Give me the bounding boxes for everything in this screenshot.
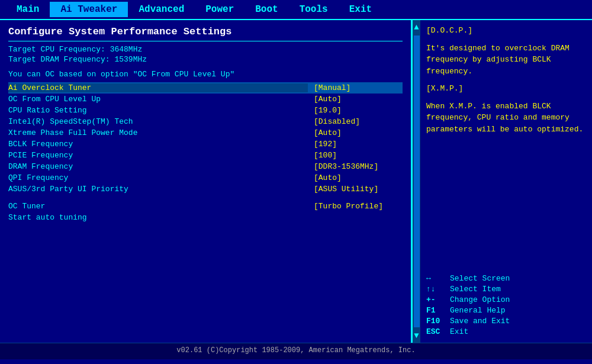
setting-name-3: Intel(R) SpeedStep(TM) Tech <box>8 117 308 126</box>
key-row-1: ↑↓ Select Item <box>426 285 586 294</box>
setting-row-7[interactable]: DRAM Frequency [DDR3-1536MHz] <box>8 161 403 172</box>
menu-ai-tweaker[interactable]: Ai Tweaker <box>50 2 128 17</box>
key-desc-2: Change Option <box>450 295 510 304</box>
key-row-4: F10 Save and Exit <box>426 317 586 326</box>
key-row-2: +- Change Option <box>426 295 586 304</box>
left-wrapper: Configure System Performance Settings Ta… <box>0 20 420 343</box>
key-label-0: ↔ <box>426 274 450 283</box>
setting-value-4: [Auto] <box>308 128 403 137</box>
setting-row-9[interactable]: ASUS/3rd Party UI Priority [ASUS Utility… <box>8 183 403 195</box>
setting-name-4: Xtreme Phase Full Power Mode <box>8 128 308 137</box>
key-desc-3: General Help <box>450 306 506 315</box>
key-desc-0: Select Screen <box>450 274 510 283</box>
help-xmp-desc: When X.M.P. is enabled BLCK frequency, C… <box>426 101 586 136</box>
scrollbar[interactable]: ▲ ▼ <box>412 20 420 343</box>
setting-value-6: [100] <box>308 151 403 160</box>
content-area: Configure System Performance Settings Ta… <box>0 20 592 343</box>
setting-name-7: DRAM Frequency <box>8 162 308 171</box>
key-label-2: +- <box>426 295 450 304</box>
footer: v02.61 (C)Copyright 1985-2009, American … <box>0 343 592 359</box>
oc-note: You can OC based on option "OC From CPU … <box>8 70 403 79</box>
left-panel: Configure System Performance Settings Ta… <box>0 20 412 343</box>
key-label-5: ESC <box>426 327 450 336</box>
key-desc-1: Select Item <box>450 285 501 294</box>
menubar: Main Ai Tweaker Advanced Power Boot Tool… <box>0 0 592 20</box>
setting-value-1: [Auto] <box>308 95 403 104</box>
menu-boot[interactable]: Boot <box>244 2 288 17</box>
key-help: ↔ Select Screen ↑↓ Select Item +- Change… <box>426 272 586 338</box>
setting-name-6: PCIE Frequency <box>8 151 308 160</box>
scroll-down-arrow[interactable]: ▼ <box>414 328 419 343</box>
setting-name-8: QPI Frequency <box>8 173 308 182</box>
key-label-1: ↑↓ <box>426 285 450 294</box>
menu-tools[interactable]: Tools <box>289 2 339 17</box>
setting-row-3[interactable]: Intel(R) SpeedStep(TM) Tech [Disabled] <box>8 116 403 127</box>
setting-name-2: CPU Ratio Setting <box>8 106 308 115</box>
help-xmp-label: [X.M.P.] <box>426 83 586 95</box>
setting-row-8[interactable]: QPI Frequency [Auto] <box>8 172 403 183</box>
oc-tuner-row[interactable]: OC Tuner [Turbo Profile] <box>8 201 403 212</box>
key-label-4: F10 <box>426 317 450 326</box>
setting-value-3: [Disabled] <box>308 117 403 126</box>
oc-tuner-label: OC Tuner <box>8 202 308 211</box>
setting-value-5: [192] <box>308 140 403 149</box>
setting-name-1: OC From CPU Level Up <box>8 95 308 104</box>
right-panel: [D.O.C.P.] It's designed to overclock DR… <box>420 20 592 343</box>
menu-exit[interactable]: Exit <box>339 2 382 17</box>
start-tuning-row[interactable]: Start auto tuning <box>8 212 403 223</box>
scroll-up-arrow[interactable]: ▲ <box>414 20 419 34</box>
setting-row-2[interactable]: CPU Ratio Setting [19.0] <box>8 105 403 116</box>
menu-advanced[interactable]: Advanced <box>128 2 195 17</box>
start-tuning-label: Start auto tuning <box>8 213 403 222</box>
freq2: Target DRAM Frequency: 1539MHz <box>8 55 403 64</box>
setting-name-9: ASUS/3rd Party UI Priority <box>8 185 308 194</box>
key-desc-4: Save and Exit <box>450 317 510 326</box>
footer-text: v02.61 (C)Copyright 1985-2009, American … <box>176 346 415 355</box>
setting-value-7: [DDR3-1536MHz] <box>308 162 403 171</box>
setting-row-0[interactable]: Ai Overclock Tuner [Manual] <box>8 82 403 94</box>
oc-tuner-value: [Turbo Profile] <box>308 202 403 211</box>
key-label-3: F1 <box>426 306 450 315</box>
setting-value-0: [Manual] <box>308 83 403 92</box>
settings-table: Ai Overclock Tuner [Manual] OC From CPU … <box>8 82 403 195</box>
key-row-3: F1 General Help <box>426 306 586 315</box>
setting-name-5: BCLK Frequency <box>8 140 308 149</box>
menu-main[interactable]: Main <box>6 2 50 17</box>
setting-value-9: [ASUS Utility] <box>308 185 403 194</box>
setting-row-5[interactable]: BCLK Frequency [192] <box>8 138 403 150</box>
help-docp-label: [D.O.C.P.] <box>426 25 586 37</box>
setting-value-8: [Auto] <box>308 173 403 182</box>
key-row-5: ESC Exit <box>426 327 586 336</box>
help-docp-desc: It's designed to overclock DRAM frequenc… <box>426 43 586 78</box>
scroll-thumb[interactable] <box>414 36 420 327</box>
tuner-section: OC Tuner [Turbo Profile] Start auto tuni… <box>8 201 403 223</box>
setting-name-0: Ai Overclock Tuner <box>8 83 308 92</box>
setting-row-4[interactable]: Xtreme Phase Full Power Mode [Auto] <box>8 127 403 138</box>
panel-title: Configure System Performance Settings <box>8 26 403 41</box>
setting-value-2: [19.0] <box>308 106 403 115</box>
freq1: Target CPU Frequency: 3648MHz <box>8 45 403 54</box>
setting-row-6[interactable]: PCIE Frequency [100] <box>8 150 403 161</box>
setting-row-1[interactable]: OC From CPU Level Up [Auto] <box>8 94 403 105</box>
key-desc-5: Exit <box>450 327 468 336</box>
key-row-0: ↔ Select Screen <box>426 274 586 283</box>
menu-power[interactable]: Power <box>195 2 244 17</box>
